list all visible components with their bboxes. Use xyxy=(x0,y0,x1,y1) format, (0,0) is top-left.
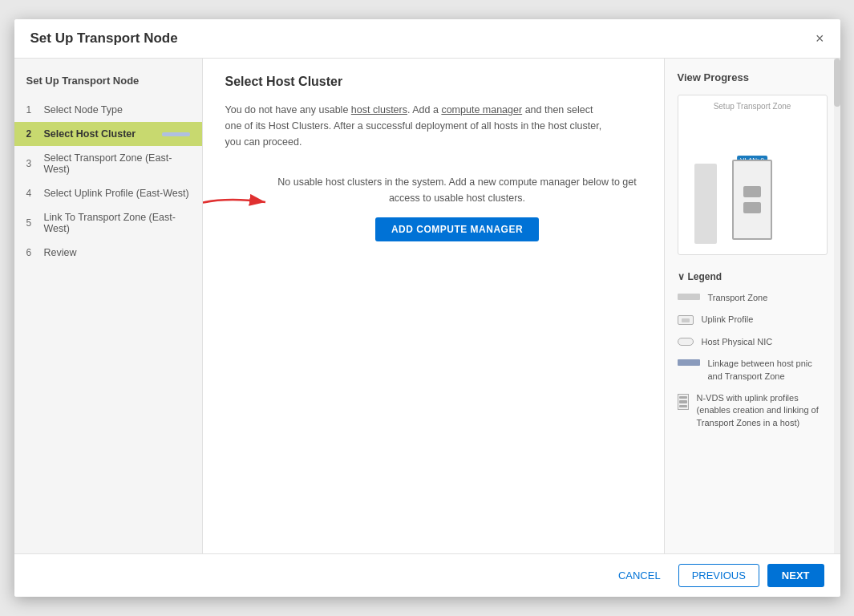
left-bar xyxy=(694,164,717,244)
modal-header: Set Up Transport Node × xyxy=(14,19,840,59)
next-button[interactable]: NEXT xyxy=(767,564,824,587)
step2-label: Select Host Cluster xyxy=(44,128,136,140)
arrow-indicator xyxy=(203,166,281,246)
legend-text-host-nic: Host Physical NIC xyxy=(702,336,773,348)
description: You do not have any usable host clusters… xyxy=(225,102,610,150)
modal: Set Up Transport Node × Set Up Transport… xyxy=(14,19,840,597)
legend-item-uplink-profile: Uplink Profile xyxy=(678,314,828,326)
nvds-icon-legend xyxy=(678,394,689,410)
step4-number: 4 xyxy=(26,188,38,199)
transport-zone-icon xyxy=(678,294,700,300)
diagram-label: Setup Transport Zone xyxy=(685,102,820,111)
step5-number: 5 xyxy=(26,217,38,229)
step2-number: 2 xyxy=(26,128,38,140)
step2-progress-bar xyxy=(162,132,190,136)
modal-title: Set Up Transport Node xyxy=(30,30,178,47)
sidebar-item-step2[interactable]: 2 Select Host Cluster xyxy=(14,122,202,146)
scrollbar-thumb[interactable] xyxy=(834,59,840,107)
legend-text-linkage: Linkage between host pnic and Transport … xyxy=(708,358,828,383)
legend-chevron-icon: ∨ xyxy=(678,271,685,282)
scrollbar-track[interactable] xyxy=(834,59,840,553)
step5-label: Link To Transport Zone (East-West) xyxy=(44,212,190,234)
legend-item-transport-zone: Transport Zone xyxy=(678,292,828,304)
legend-text-nvds: N-VDS with uplink profiles (enables crea… xyxy=(697,392,828,429)
legend-section: ∨ Legend Transport Zone Uplink Pro xyxy=(678,271,828,429)
linkage-icon xyxy=(678,359,700,366)
step1-label: Select Node Type xyxy=(44,104,123,116)
sidebar-item-step6[interactable]: 6 Review xyxy=(14,241,202,265)
step6-number: 6 xyxy=(26,247,38,258)
right-panel: View Progress Setup Transport Zone VLAN:… xyxy=(664,59,840,553)
info-box-text: No usable host clusters in the system. A… xyxy=(273,174,642,206)
legend-item-nvds: N-VDS with uplink profiles (enables crea… xyxy=(678,392,828,429)
cancel-button[interactable]: CANCEL xyxy=(609,565,670,586)
legend-toggle[interactable]: ∨ Legend xyxy=(678,271,828,282)
sidebar-item-step1[interactable]: 1 Select Node Type xyxy=(14,98,202,122)
step4-label: Select Uplink Profile (East-West) xyxy=(44,188,189,199)
step3-number: 3 xyxy=(26,158,38,169)
sidebar-item-step3[interactable]: 3 Select Transport Zone (East-West) xyxy=(14,146,202,181)
add-compute-manager-button[interactable]: ADD COMPUTE MANAGER xyxy=(375,217,539,241)
sidebar-item-step5[interactable]: 5 Link To Transport Zone (East-West) xyxy=(14,205,202,241)
legend-item-linkage: Linkage between host pnic and Transport … xyxy=(678,358,828,383)
step6-label: Review xyxy=(44,247,77,258)
legend-text-uplink-profile: Uplink Profile xyxy=(702,314,754,326)
diagram-inner: VLAN: 0 xyxy=(685,116,820,252)
info-box: No usable host clusters in the system. A… xyxy=(273,174,642,241)
nvds-icon-1 xyxy=(743,186,761,197)
step3-label: Select Transport Zone (East-West) xyxy=(44,152,190,175)
section-title: Select Host Cluster xyxy=(225,75,642,89)
legend-item-host-nic: Host Physical NIC xyxy=(678,336,828,348)
right-panel-title: View Progress xyxy=(678,71,828,83)
uplink-profile-icon xyxy=(678,315,694,325)
close-button[interactable]: × xyxy=(816,31,824,46)
nvds-icon-2 xyxy=(743,202,761,213)
modal-footer: CANCEL PREVIOUS NEXT xyxy=(14,553,840,597)
host-nic-icon xyxy=(678,338,694,346)
sidebar-item-step4[interactable]: 4 Select Uplink Profile (East-West) xyxy=(14,181,202,205)
legend-label: Legend xyxy=(688,271,722,282)
step1-number: 1 xyxy=(26,104,38,116)
modal-body: Set Up Transport Node 1 Select Node Type… xyxy=(14,59,840,553)
nvds-block xyxy=(732,160,772,240)
nvds-inner xyxy=(734,161,771,238)
sidebar: Set Up Transport Node 1 Select Node Type… xyxy=(14,59,203,553)
sidebar-title: Set Up Transport Node xyxy=(14,67,202,98)
progress-diagram: Setup Transport Zone VLAN: 0 xyxy=(678,95,828,255)
info-area: No usable host clusters in the system. A… xyxy=(273,174,642,241)
main-content: Select Host Cluster You do not have any … xyxy=(203,59,664,553)
legend-text-transport-zone: Transport Zone xyxy=(708,292,768,304)
previous-button[interactable]: PREVIOUS xyxy=(678,564,759,587)
